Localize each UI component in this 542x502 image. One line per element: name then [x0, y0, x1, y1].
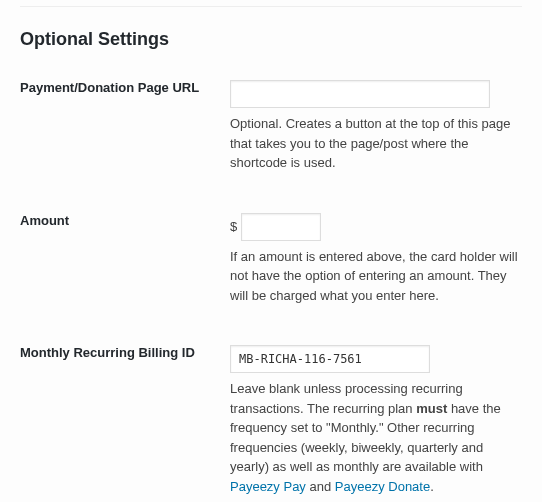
- amount-description: If an amount is entered above, the card …: [230, 247, 522, 306]
- payeezy-pay-link[interactable]: Payeezy Pay: [230, 479, 306, 494]
- page-url-description: Optional. Creates a button at the top of…: [230, 114, 522, 173]
- currency-symbol: $: [230, 219, 237, 234]
- recurring-id-input[interactable]: [230, 345, 430, 373]
- payeezy-donate-link[interactable]: Payeezy Donate: [335, 479, 430, 494]
- recurring-id-label: Monthly Recurring Billing ID: [20, 345, 230, 502]
- amount-label: Amount: [20, 213, 230, 346]
- settings-table: Payment/Donation Page URL Optional. Crea…: [20, 80, 522, 502]
- page-url-label: Payment/Donation Page URL: [20, 80, 230, 213]
- page-url-input[interactable]: [230, 80, 490, 108]
- top-divider: [20, 6, 522, 7]
- section-title: Optional Settings: [20, 29, 522, 50]
- amount-input[interactable]: [241, 213, 321, 241]
- recurring-id-description: Leave blank unless processing recurring …: [230, 379, 522, 496]
